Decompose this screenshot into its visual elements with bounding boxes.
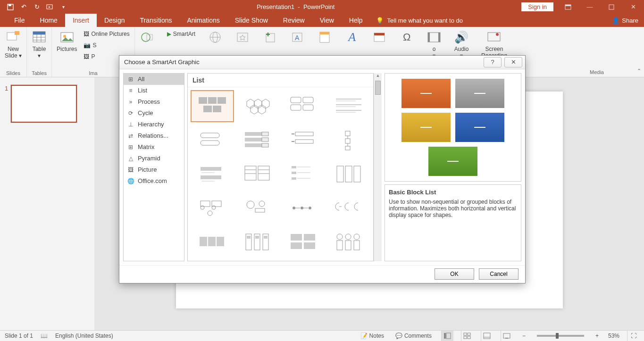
- cat-process[interactable]: »Process: [124, 96, 184, 108]
- layout-vertical-bracket[interactable]: [236, 124, 279, 156]
- dialog-help-icon[interactable]: ?: [484, 57, 502, 67]
- notes-button[interactable]: 📝 Notes: [359, 331, 386, 341]
- layout-table-list[interactable]: [236, 158, 279, 190]
- redo-icon[interactable]: ↻: [30, 1, 43, 13]
- layout-semicircle[interactable]: [327, 192, 370, 224]
- date-button[interactable]: [370, 29, 389, 46]
- reading-view-icon[interactable]: [481, 331, 493, 341]
- textbox-button[interactable]: A: [288, 29, 307, 46]
- category-list[interactable]: ⊞All ≡List »Process ⟳Cycle ⊥Hierarchy ⇄R…: [123, 73, 184, 261]
- layout-grid-blocks[interactable]: [282, 226, 325, 258]
- fit-to-window-icon[interactable]: ⛶: [627, 331, 639, 341]
- svg-rect-101: [345, 166, 352, 182]
- tab-animations[interactable]: Animations: [179, 14, 227, 27]
- layout-square-accent[interactable]: [327, 124, 370, 156]
- dialog-titlebar[interactable]: Choose a SmartArt Graphic ? ✕: [119, 56, 525, 69]
- zoom-out-icon[interactable]: −: [520, 333, 527, 339]
- qat-customize-icon[interactable]: ▾: [57, 1, 70, 13]
- slide-counter[interactable]: Slide 1 of 1: [5, 333, 33, 339]
- cancel-button[interactable]: Cancel: [479, 268, 519, 280]
- cat-matrix[interactable]: ⊞Matrix: [124, 141, 184, 153]
- lightbulb-icon: 💡: [376, 17, 384, 24]
- svg-rect-100: [337, 166, 343, 182]
- minimize-icon[interactable]: —: [579, 0, 601, 14]
- tab-home[interactable]: Home: [33, 14, 65, 27]
- cat-officecom[interactable]: 🌐Office.com: [124, 175, 184, 187]
- svg-rect-119: [217, 237, 224, 246]
- layout-circle-columns[interactable]: [327, 226, 370, 258]
- dialog-title-text: Choose a SmartArt Graphic: [124, 58, 200, 66]
- new-slide-button[interactable]: New Slide ▾: [3, 29, 24, 60]
- layout-pie-process[interactable]: [236, 192, 279, 224]
- layout-circle-process[interactable]: [191, 192, 234, 224]
- ok-button[interactable]: OK: [435, 268, 474, 280]
- layout-columns[interactable]: [327, 158, 370, 190]
- star-button[interactable]: [233, 29, 252, 46]
- header-footer-button[interactable]: [315, 29, 334, 46]
- symbol-button[interactable]: Ω: [397, 29, 416, 46]
- smartart-button[interactable]: ▶SmartArt: [165, 29, 197, 39]
- online-pictures-button[interactable]: 🖼Online Pictures: [82, 29, 131, 39]
- save-icon[interactable]: [4, 1, 17, 13]
- tab-design[interactable]: Design: [97, 14, 133, 27]
- tell-me-search[interactable]: 💡 Tell me what you want to do: [370, 17, 468, 24]
- tab-transitions[interactable]: Transitions: [133, 14, 180, 27]
- cat-list[interactable]: ≡List: [124, 85, 184, 96]
- wordart-button[interactable]: A: [343, 29, 361, 46]
- slideshow-view-icon[interactable]: [501, 331, 513, 341]
- cat-pyramid[interactable]: △Pyramid: [124, 153, 184, 164]
- cat-all[interactable]: ⊞All: [124, 74, 184, 85]
- layout-picture-caption[interactable]: [282, 90, 325, 122]
- language-status[interactable]: English (United States): [55, 333, 113, 339]
- undo-icon[interactable]: ↶: [17, 1, 30, 13]
- table-button[interactable]: Table▾: [30, 29, 49, 60]
- layout-lined-list[interactable]: [327, 90, 370, 122]
- layout-basic-block-list[interactable]: [191, 90, 234, 122]
- dialog-close-icon[interactable]: ✕: [504, 57, 522, 67]
- signin-button[interactable]: Sign in: [521, 2, 553, 11]
- layout-vertical-boxes[interactable]: [236, 226, 279, 258]
- slide-thumbnail-pane[interactable]: 1: [0, 77, 94, 330]
- plus-button[interactable]: [260, 29, 279, 46]
- ribbon-display-options-icon[interactable]: [557, 0, 579, 14]
- tab-file[interactable]: File: [7, 14, 33, 27]
- shapes-button[interactable]: [138, 29, 157, 46]
- tab-slideshow[interactable]: Slide Show: [227, 14, 276, 27]
- cat-cycle[interactable]: ⟳Cycle: [124, 108, 184, 119]
- close-icon[interactable]: ✕: [622, 0, 644, 14]
- layout-tree[interactable]: [282, 158, 325, 190]
- slide-thumbnail-1[interactable]: [11, 85, 77, 123]
- layout-scrollbar[interactable]: ▲: [374, 73, 382, 261]
- layout-vertical-box[interactable]: [191, 124, 234, 156]
- relationship-icon: ⇄: [127, 133, 134, 139]
- svg-text:A: A: [295, 34, 300, 42]
- zoom-in-icon[interactable]: +: [594, 333, 601, 339]
- cat-hierarchy[interactable]: ⊥Hierarchy: [124, 119, 184, 130]
- zoom-slider[interactable]: [537, 335, 584, 337]
- globe-button[interactable]: [206, 29, 225, 46]
- cat-picture[interactable]: 🖼Picture: [124, 164, 184, 175]
- tab-insert[interactable]: Insert: [65, 14, 97, 27]
- svg-rect-40: [468, 333, 470, 335]
- layout-hexagon[interactable]: [236, 90, 279, 122]
- sorter-view-icon[interactable]: [461, 331, 473, 341]
- cat-relationship[interactable]: ⇄Relations...: [124, 130, 184, 141]
- layout-stacked[interactable]: [191, 158, 234, 190]
- layout-horizontal-bullet[interactable]: [282, 124, 325, 156]
- zoom-level[interactable]: 53%: [608, 333, 619, 339]
- layout-grid[interactable]: [188, 87, 373, 261]
- layout-dots[interactable]: [282, 192, 325, 224]
- pictures-button[interactable]: Pictures: [55, 29, 79, 53]
- tab-help[interactable]: Help: [342, 14, 370, 27]
- screenshot-button[interactable]: 📷S: [82, 40, 131, 50]
- spellcheck-icon[interactable]: 📖: [41, 333, 48, 339]
- tab-review[interactable]: Review: [276, 14, 312, 27]
- maximize-icon[interactable]: [601, 0, 622, 14]
- share-button[interactable]: 👤 Share: [606, 17, 644, 24]
- tab-view[interactable]: View: [312, 14, 342, 27]
- collapse-ribbon-icon[interactable]: ⌃: [637, 68, 641, 74]
- layout-tabs[interactable]: [191, 226, 234, 258]
- comments-button[interactable]: 💬 Comments: [393, 331, 434, 341]
- start-from-beginning-icon[interactable]: [43, 1, 57, 13]
- normal-view-icon[interactable]: [441, 331, 453, 341]
